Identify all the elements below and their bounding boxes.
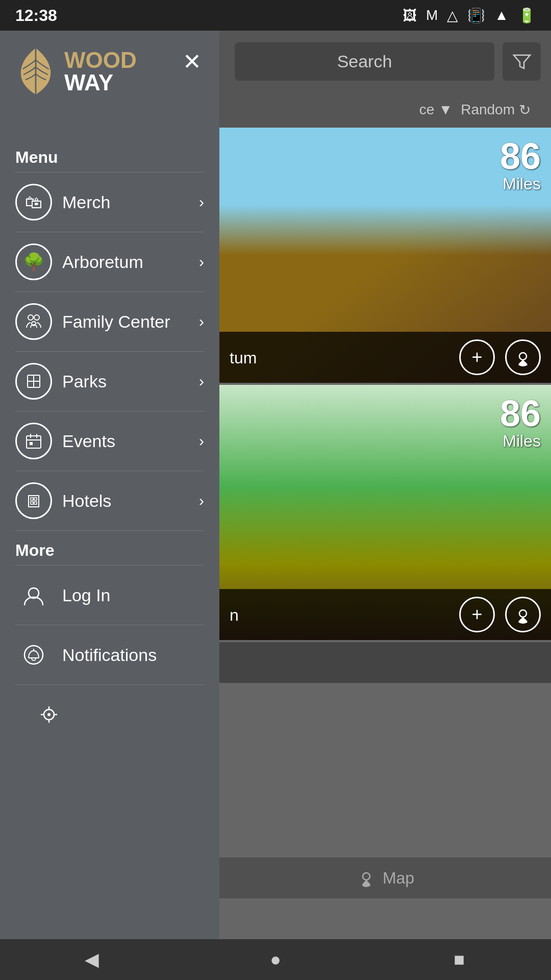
merch-icon: 🛍 xyxy=(15,184,52,220)
hotels-label: Hotels xyxy=(62,491,189,511)
menu-item-merch[interactable]: 🛍 Merch › xyxy=(15,172,204,232)
vibrate-icon: 📳 xyxy=(467,7,485,24)
menu-item-arboretum[interactable]: 🌳 Arboretum › xyxy=(15,232,204,291)
family-center-icon xyxy=(15,303,52,340)
logo-area: WOOD WAY xyxy=(15,46,137,97)
svg-rect-16 xyxy=(31,498,33,500)
status-icons: 🖼 M △ 📳 ▲ 🔋 xyxy=(403,7,536,24)
hotels-icon xyxy=(15,482,52,519)
card-2-miles-label: Miles xyxy=(500,432,541,451)
merch-label: Merch xyxy=(62,192,189,212)
merch-chevron-icon: › xyxy=(199,193,204,211)
notifications-icon xyxy=(15,636,52,673)
email-icon: M xyxy=(426,7,438,23)
card-2-label: n xyxy=(230,606,239,625)
home-button[interactable]: ● xyxy=(255,939,296,980)
parks-chevron-icon: › xyxy=(199,373,204,390)
events-chevron-icon: › xyxy=(199,432,204,450)
svg-rect-14 xyxy=(30,442,33,445)
back-button[interactable]: ◀ xyxy=(71,939,112,980)
chevron-down-icon: ▼ xyxy=(438,102,453,118)
delta-icon: △ xyxy=(447,7,458,24)
logo-wood: WOOD xyxy=(64,49,137,71)
notifications-label: Notifications xyxy=(62,645,204,665)
svg-marker-0 xyxy=(514,55,530,68)
menu-item-events[interactable]: Events › xyxy=(15,411,204,471)
family-center-label: Family Center xyxy=(62,312,189,332)
menu-item-parks[interactable]: Parks › xyxy=(15,351,204,411)
parks-label: Parks xyxy=(62,372,189,391)
more-title: More xyxy=(15,541,204,560)
battery-icon: 🔋 xyxy=(518,7,536,24)
svg-point-26 xyxy=(47,713,51,716)
photo-icon: 🖼 xyxy=(403,7,417,24)
svg-point-1 xyxy=(519,353,527,360)
svg-point-5 xyxy=(34,315,39,320)
home-icon: ● xyxy=(270,949,281,970)
card-1: 86 Miles tum + xyxy=(219,128,551,383)
svg-point-4 xyxy=(28,315,33,320)
hotels-chevron-icon: › xyxy=(199,492,204,509)
card-2-miles-number: 86 xyxy=(500,395,541,432)
svg-rect-17 xyxy=(34,498,37,500)
menu-section: Menu 🛍 Merch › 🌳 Arboretum › xyxy=(0,143,219,531)
side-drawer: WOOD WAY ✕ Menu 🛍 Merch › 🌳 Arboretum › xyxy=(0,31,219,939)
login-label: Log In xyxy=(62,585,204,605)
family-center-chevron-icon: › xyxy=(199,313,204,330)
refresh-icon: ↻ xyxy=(519,102,531,118)
card-2-distance: 86 Miles xyxy=(500,395,541,451)
events-label: Events xyxy=(62,431,189,451)
svg-rect-19 xyxy=(34,502,37,504)
logo-leaf-icon xyxy=(15,46,56,97)
svg-rect-18 xyxy=(31,502,33,504)
sort-random[interactable]: Random ↻ xyxy=(461,102,531,118)
card-2: 86 Miles n + xyxy=(219,385,551,640)
random-label: Random xyxy=(461,102,515,118)
menu-item-family-center[interactable]: Family Center › xyxy=(15,291,204,351)
card-1-add-button[interactable]: + xyxy=(459,339,495,375)
close-drawer-button[interactable]: ✕ xyxy=(180,46,204,77)
partial-item-icon xyxy=(31,696,67,733)
square-icon: ■ xyxy=(454,949,465,970)
arboretum-chevron-icon: › xyxy=(199,253,204,271)
more-item-notifications[interactable]: Notifications xyxy=(15,625,204,684)
filter-button[interactable] xyxy=(503,42,541,81)
more-item-login[interactable]: Log In xyxy=(15,565,204,625)
card-1-location-button[interactable] xyxy=(505,339,541,375)
arboretum-icon: 🌳 xyxy=(15,243,52,280)
drawer-header: WOOD WAY ✕ xyxy=(0,31,219,143)
back-icon: ◀ xyxy=(85,949,99,970)
card-1-miles-label: Miles xyxy=(500,175,541,193)
partial-menu-item[interactable] xyxy=(15,684,204,744)
svg-rect-15 xyxy=(29,496,39,507)
logo-way: WAY xyxy=(64,71,137,94)
sort-dropdown[interactable]: ce ▼ xyxy=(419,102,453,118)
login-icon xyxy=(15,577,52,614)
cards-area: 86 Miles tum + 86 Miles xyxy=(219,128,551,939)
search-box[interactable]: Search xyxy=(235,42,494,81)
bottom-nav: ◀ ● ■ xyxy=(0,939,551,980)
card-1-label: tum xyxy=(230,349,257,368)
svg-point-22 xyxy=(24,646,43,664)
logo-text: WOOD WAY xyxy=(64,49,137,94)
menu-item-hotels[interactable]: Hotels › xyxy=(15,471,204,531)
map-label: Map xyxy=(383,869,414,888)
status-bar: 12:38 🖼 M △ 📳 ▲ 🔋 xyxy=(0,0,551,31)
events-icon xyxy=(15,423,52,459)
svg-point-3 xyxy=(363,873,370,880)
parks-icon xyxy=(15,363,52,400)
map-button-bar[interactable]: Map xyxy=(219,857,551,898)
sort-label: ce xyxy=(419,102,435,118)
search-label: Search xyxy=(337,52,392,71)
svg-point-2 xyxy=(519,610,527,617)
card-3-peek xyxy=(219,642,551,683)
recents-button[interactable]: ■ xyxy=(439,939,480,980)
svg-rect-10 xyxy=(27,436,41,448)
card-1-miles-number: 86 xyxy=(500,138,541,175)
card-2-add-button[interactable]: + xyxy=(459,597,495,632)
wifi-icon: ▲ xyxy=(494,7,509,23)
more-section: More Log In Notifica xyxy=(0,531,219,939)
status-time: 12:38 xyxy=(15,6,57,25)
card-2-bottom: n + xyxy=(219,589,551,640)
card-2-location-button[interactable] xyxy=(505,597,541,632)
